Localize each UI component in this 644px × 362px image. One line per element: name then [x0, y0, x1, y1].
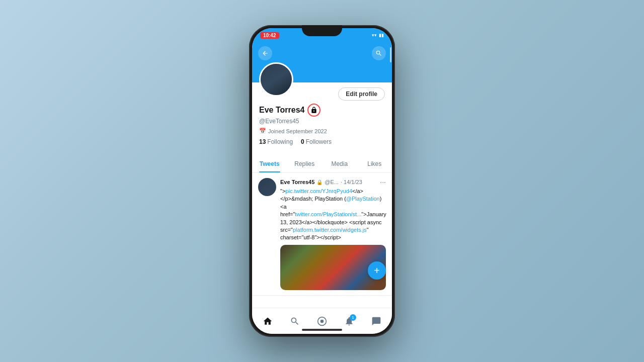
search-icon	[375, 50, 382, 57]
tweet-mention-playstation[interactable]: @PlayStation	[346, 196, 380, 202]
phone-screen: 10:42 ▾▾ ▮▮	[252, 28, 392, 334]
lock-icon	[310, 107, 317, 114]
profile-section: Edit profile Eve Torres4 @EveTorres45 📅	[252, 82, 392, 173]
followers-stat[interactable]: 0 Followers	[301, 138, 332, 145]
status-icons: ▾▾ ▮▮	[372, 33, 384, 38]
edit-profile-button[interactable]: Edit profile	[338, 87, 385, 101]
phone-notch	[302, 25, 342, 36]
followers-label: Followers	[306, 138, 332, 145]
avatar-container	[259, 62, 293, 97]
nav-home[interactable]	[259, 312, 277, 330]
tab-likes[interactable]: Likes	[357, 155, 392, 172]
tweet-header: Eve Torres45 🔒 @E... · 14/1/23 ···	[280, 178, 386, 186]
username: @EveTorres45	[259, 118, 385, 125]
tab-replies[interactable]: Replies	[287, 155, 323, 172]
tweet-text-prefix: ">	[280, 188, 285, 194]
calendar-icon: 📅	[259, 128, 266, 134]
nav-search[interactable]	[286, 312, 304, 330]
search-nav-icon	[290, 316, 300, 326]
battery-icon: ▮▮	[379, 33, 384, 38]
tweet-link-1[interactable]: pic.twitter.com/YJnrqPyud4	[285, 188, 352, 194]
home-indicator	[302, 329, 342, 331]
wifi-icon: ▾▾	[372, 33, 377, 38]
tab-media[interactable]: Media	[322, 155, 357, 172]
tweet-lock-icon: 🔒	[316, 179, 323, 185]
status-time: 10:42	[260, 32, 279, 39]
avatar-image	[261, 64, 292, 95]
nav-spaces[interactable]	[313, 312, 331, 330]
nav-notifications[interactable]: 1	[340, 312, 358, 330]
tweet-avatar	[258, 178, 276, 196]
scroll-thumb	[390, 47, 391, 62]
following-stat[interactable]: 13 Following	[259, 138, 293, 145]
joined-date: Joined September 2022	[268, 128, 327, 134]
joined-row: 📅 Joined September 2022	[259, 128, 385, 134]
tab-tweets[interactable]: Tweets	[252, 155, 287, 172]
notification-badge: 1	[350, 314, 356, 321]
back-button[interactable]	[258, 46, 272, 60]
scroll-indicator	[390, 42, 392, 308]
tweet-author-name: Eve Torres45	[280, 179, 314, 185]
messages-icon	[371, 316, 381, 326]
display-name: Eve Torres4	[259, 106, 304, 115]
tweet-handle: @E...	[325, 179, 339, 185]
profile-tabs: Tweets Replies Media Likes	[252, 155, 392, 173]
svg-point-1	[320, 319, 324, 323]
following-label: Following	[267, 138, 293, 145]
tweet-date: · 14/1/23	[341, 179, 362, 185]
tweet-link-3[interactable]: twitter.com/PlayStation/st...	[295, 211, 361, 217]
avatar	[259, 62, 293, 97]
nav-messages[interactable]	[367, 312, 385, 330]
home-icon	[263, 316, 273, 326]
back-arrow-icon	[262, 50, 269, 57]
followers-count: 0	[301, 138, 304, 145]
follow-stats: 13 Following 0 Followers	[259, 138, 385, 145]
tweet-more-button[interactable]: ···	[380, 178, 386, 186]
content-wrapper: Edit profile Eve Torres4 @EveTorres45 📅	[252, 42, 392, 308]
spaces-icon	[317, 316, 327, 326]
tweet-link-4[interactable]: platform.twitter.com/widgets.js	[293, 227, 367, 233]
protected-account-badge	[307, 104, 320, 117]
tweet-body: ">pic.twitter.com/YJnrqPyud4</a></p>&mda…	[280, 188, 386, 242]
search-button[interactable]	[372, 46, 386, 60]
display-name-row: Eve Torres4	[259, 104, 385, 117]
compose-tweet-button[interactable]: +	[368, 261, 386, 280]
header-nav	[252, 42, 392, 64]
following-count: 13	[259, 138, 266, 145]
phone-frame: 10:42 ▾▾ ▮▮	[249, 25, 395, 337]
